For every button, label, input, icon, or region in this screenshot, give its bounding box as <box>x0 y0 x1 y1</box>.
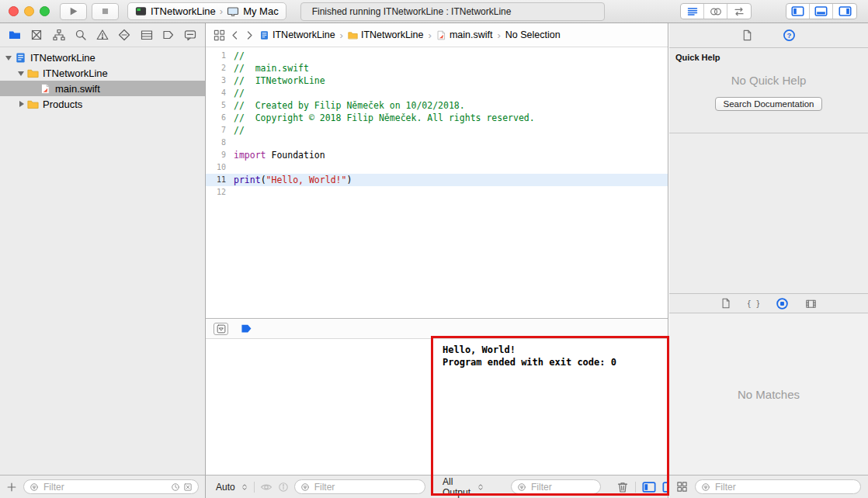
object-library-icon[interactable] <box>776 297 789 310</box>
navigator-filter-field[interactable] <box>23 479 199 494</box>
toggle-inspector-button[interactable] <box>833 4 856 19</box>
code-token: import <box>234 150 266 161</box>
media-library-icon[interactable] <box>805 298 817 310</box>
navigator-tab-symbol-icon[interactable] <box>53 29 65 41</box>
show-variables-view-icon[interactable] <box>642 480 656 494</box>
disclosure-triangle-icon[interactable] <box>5 54 12 61</box>
tree-item-products[interactable]: Products <box>0 96 205 112</box>
tree-item-label: ITNetworkLine <box>30 52 95 64</box>
line-number: 2 <box>206 62 234 74</box>
assistant-editor-button[interactable] <box>704 4 727 19</box>
code-line-text: print("Hello, World!") <box>234 174 352 186</box>
navigator-tab-project-icon[interactable] <box>9 29 21 41</box>
quick-help-tab-icon[interactable]: ? <box>783 29 796 42</box>
code-line-7: 7// <box>206 124 668 137</box>
stop-button[interactable] <box>92 3 119 20</box>
minimize-window-button[interactable] <box>24 6 34 16</box>
code-snippet-library-icon[interactable]: { } <box>748 298 759 310</box>
code-token: // ITNetworkLine <box>234 75 325 86</box>
run-button[interactable] <box>60 3 87 20</box>
version-editor-icon <box>733 5 745 18</box>
debug-panel-icon <box>814 5 828 18</box>
console-output[interactable]: Hello, World!Program ended with exit cod… <box>432 339 668 475</box>
disclosure-triangle-icon[interactable] <box>18 101 25 108</box>
library-view-mode-icon[interactable] <box>676 481 688 493</box>
scm-status-filter-icon[interactable] <box>183 482 193 492</box>
variable-info-icon[interactable] <box>278 482 289 493</box>
debug-area: Hello, World!Program ended with exit cod… <box>206 339 668 475</box>
navigator-tab-source-control-icon[interactable] <box>30 29 43 41</box>
add-items-button[interactable] <box>6 482 17 493</box>
swift-file-icon <box>40 83 51 95</box>
file-template-library-icon[interactable] <box>720 298 731 309</box>
variables-filter-field[interactable] <box>294 479 425 494</box>
variables-view[interactable] <box>206 339 432 475</box>
library-filter-field[interactable] <box>695 479 861 494</box>
navigator-filter-bar <box>0 475 205 498</box>
go-forward-icon[interactable] <box>245 30 255 40</box>
scheme-target-label: ITNetworkLine <box>151 5 216 17</box>
source-editor[interactable]: 1//2// main.swift3// ITNetworkLine4//5//… <box>206 47 668 318</box>
tree-item-label: Products <box>43 99 82 110</box>
code-token: "Hello, World!" <box>266 175 347 185</box>
close-window-button[interactable] <box>9 6 19 16</box>
dropdown-chevrons-icon <box>241 483 248 491</box>
tree-item-main-swift[interactable]: main.swift <box>0 81 205 96</box>
zoom-window-button[interactable] <box>40 6 50 16</box>
variables-scope-dropdown[interactable]: Auto <box>216 482 235 493</box>
toggle-navigator-button[interactable] <box>786 4 810 19</box>
code-line-text: // <box>234 124 245 137</box>
console-scope-dropdown[interactable]: All Output <box>443 476 470 498</box>
code-line-text: // Copyright © 2018 Filip Němeček. All r… <box>234 112 535 124</box>
file-inspector-tab-icon[interactable] <box>741 29 753 41</box>
navigator-tab-report-icon[interactable] <box>184 29 196 41</box>
line-number: 7 <box>206 124 234 137</box>
breadcrumb-separator: › <box>497 29 500 41</box>
disclosure-triangle-icon <box>30 85 37 92</box>
navigator-filter-input[interactable] <box>42 481 168 493</box>
recent-files-icon[interactable] <box>171 482 180 492</box>
version-editor-button[interactable] <box>727 4 751 19</box>
toggle-debug-area-button[interactable] <box>810 4 833 19</box>
navigator-tab-find-icon[interactable] <box>75 29 87 41</box>
disclosure-triangle-icon[interactable] <box>18 70 25 77</box>
quick-look-icon[interactable] <box>260 481 273 493</box>
breadcrumb-item[interactable]: ITNetworkLine <box>348 29 424 40</box>
console-filter-field[interactable] <box>511 479 601 494</box>
breadcrumb-item[interactable]: ITNetworkLine <box>259 29 335 40</box>
code-line-11: 11print("Hello, World!") <box>206 174 668 186</box>
code-token: // <box>234 88 245 99</box>
navigator-tab-issue-icon[interactable] <box>96 29 109 41</box>
variables-filter-input[interactable] <box>313 481 419 493</box>
code-line-text: // <box>234 50 245 62</box>
folder-icon <box>27 99 39 110</box>
folder-icon <box>348 30 358 40</box>
console-filter-input[interactable] <box>529 481 595 493</box>
breadcrumb-item-label: ITNetworkLine <box>361 29 424 40</box>
tree-item-itnetworkline[interactable]: ITNetworkLine <box>0 50 205 65</box>
go-back-icon[interactable] <box>230 30 240 40</box>
line-number: 8 <box>206 137 234 149</box>
breadcrumb-item[interactable]: No Selection <box>505 29 561 40</box>
standard-editor-button[interactable] <box>681 4 704 19</box>
hide-debug-area-button[interactable] <box>214 323 228 335</box>
filter-icon <box>701 482 710 492</box>
clear-console-icon[interactable] <box>616 481 629 493</box>
navigator-tab-breakpoint-icon[interactable] <box>162 29 175 41</box>
library-content: No Matches <box>669 313 868 475</box>
navigator-tab-test-icon[interactable] <box>118 29 130 41</box>
console-controls: All Output <box>432 476 668 498</box>
search-documentation-button[interactable]: Search Documentation <box>715 97 823 111</box>
my-mac-icon <box>227 5 239 18</box>
terminal-app-icon <box>135 5 147 17</box>
breakpoints-toggle-icon[interactable] <box>241 323 252 334</box>
navigator-tab-debug-icon[interactable] <box>141 29 153 41</box>
related-items-icon[interactable] <box>214 29 225 41</box>
tree-item-itnetworkline[interactable]: ITNetworkLine <box>0 65 205 81</box>
library-filter-input[interactable] <box>713 481 855 493</box>
scheme-selector[interactable]: ITNetworkLine › My Mac <box>127 2 286 20</box>
debug-area-bottom-bar: Auto All Output <box>206 475 668 498</box>
debug-bar <box>206 318 668 339</box>
code-token: // <box>234 125 245 136</box>
breadcrumb-item[interactable]: main.swift <box>436 29 493 40</box>
